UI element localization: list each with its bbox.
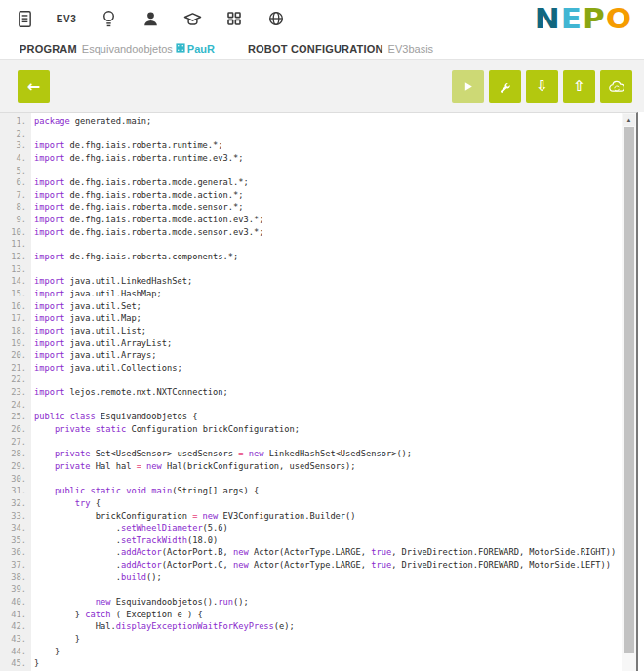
code-line: 39. xyxy=(0,583,622,596)
line-number: 36. xyxy=(0,546,26,559)
line-number: 44. xyxy=(0,646,26,658)
scroll-thumb[interactable] xyxy=(624,127,634,653)
line-number: 22. xyxy=(0,374,26,386)
code-line: 12.import de.fhg.iais.roberta.components… xyxy=(0,251,622,263)
code-lines: 1.package generated.main;2.3.import de.f… xyxy=(0,113,622,671)
code-line: 1.package generated.main; xyxy=(0,115,622,128)
code-text: import de.fhg.iais.roberta.components.*; xyxy=(34,252,238,261)
code-line: 14.import java.util.LinkedHashSet; xyxy=(0,275,622,288)
code-line: 38. .build(); xyxy=(0,572,622,584)
code-text: import java.util.Set; xyxy=(34,301,141,311)
shared-blocks-icon xyxy=(176,43,185,55)
code-text: import de.fhg.iais.roberta.runtime.ev3.*… xyxy=(34,153,243,163)
scroll-up-button[interactable]: ▲ xyxy=(623,114,635,126)
nepo-logo: N E P O xyxy=(535,4,632,34)
code-line: 31. public static void main(String[] arg… xyxy=(0,485,622,497)
line-number: 40. xyxy=(0,596,26,609)
line-number: 9. xyxy=(0,214,26,226)
code-text: import java.util.List; xyxy=(34,326,146,336)
code-text: private static Configuration brickConfig… xyxy=(34,424,300,434)
line-number: 27. xyxy=(0,436,26,449)
line-number: 11. xyxy=(0,238,26,251)
globe-icon[interactable] xyxy=(265,8,287,29)
menu-grid-icon[interactable] xyxy=(223,8,245,29)
code-line: 19.import java.util.ArrayList; xyxy=(0,337,622,350)
code-text: } catch ( Exception e ) { xyxy=(34,610,203,619)
graduation-cap-icon[interactable] xyxy=(181,8,203,29)
code-text: import java.util.Map; xyxy=(34,313,141,323)
upload-button[interactable]: ⇧ xyxy=(563,70,595,103)
logo-letter-e: E xyxy=(561,5,583,33)
logo-letter-n: N xyxy=(535,5,561,33)
code-text: .addActor(ActorPort.B, new Actor(ActorTy… xyxy=(34,547,616,557)
code-line: 44. } xyxy=(0,646,622,658)
code-text: .build(); xyxy=(34,572,162,582)
line-number: 35. xyxy=(0,534,26,547)
play-icon xyxy=(462,80,474,93)
line-number: 3. xyxy=(0,139,26,152)
line-number: 41. xyxy=(0,609,26,621)
code-text: import java.util.HashMap; xyxy=(34,289,162,298)
code-line: 8.import de.fhg.iais.roberta.mode.sensor… xyxy=(0,201,622,214)
code-line: 5. xyxy=(0,165,622,178)
line-number: 34. xyxy=(0,522,26,534)
code-line: 43. } xyxy=(0,633,622,646)
code-text: .addActor(ActorPort.C, new Actor(ActorTy… xyxy=(34,560,611,570)
line-number: 5. xyxy=(0,165,26,178)
line-number: 30. xyxy=(0,473,26,486)
robot-selector-ev3[interactable]: EV3 xyxy=(56,8,77,29)
code-text: import de.fhg.iais.roberta.runtime.*; xyxy=(34,140,223,150)
download-button[interactable]: ⇩ xyxy=(526,70,558,103)
toolbar-button-group: ⇩ ⇧ xyxy=(452,70,632,103)
wrench-icon xyxy=(499,80,512,94)
code-line: 15.import java.util.HashMap; xyxy=(0,288,622,300)
line-number: 37. xyxy=(0,559,26,572)
code-text: } xyxy=(34,647,60,656)
code-line: 2. xyxy=(0,128,622,140)
code-line: 33. brickConfiguration = new EV3Configur… xyxy=(0,510,622,523)
code-line: 24. xyxy=(0,399,622,412)
line-number: 6. xyxy=(0,177,26,189)
vertical-scrollbar[interactable]: ▲ xyxy=(622,113,636,671)
run-on-brick-button[interactable] xyxy=(452,70,484,103)
code-text: import de.fhg.iais.roberta.mode.general.… xyxy=(34,178,249,187)
line-number: 19. xyxy=(0,337,26,350)
line-number: 33. xyxy=(0,510,26,523)
line-number: 43. xyxy=(0,633,26,646)
code-line: 4.import de.fhg.iais.roberta.runtime.ev3… xyxy=(0,152,622,165)
back-button[interactable]: ← xyxy=(18,70,50,103)
user-icon[interactable] xyxy=(140,8,161,29)
line-number: 17. xyxy=(0,312,26,325)
code-line: 30. xyxy=(0,473,622,486)
code-line: 18.import java.util.List; xyxy=(0,325,622,337)
bulb-icon[interactable] xyxy=(98,8,119,29)
code-text: new Esquivandoobjetos().run(); xyxy=(34,597,249,607)
line-number: 29. xyxy=(0,460,26,473)
back-arrow-icon: ← xyxy=(27,79,40,95)
program-owner[interactable]: PauR xyxy=(176,43,215,55)
code-line: 42. Hal.displayExceptionWaitForKeyPress(… xyxy=(0,620,622,633)
code-text: import de.fhg.iais.roberta.mode.action.e… xyxy=(34,215,263,224)
cloud-sync-button[interactable] xyxy=(600,70,632,103)
code-line: 20.import java.util.Arrays; xyxy=(0,349,622,362)
code-text: } xyxy=(34,634,80,644)
open-roberta-window: EV3 xyxy=(0,0,644,671)
owner-name: PauR xyxy=(187,43,215,55)
document-icon[interactable] xyxy=(14,8,35,29)
code-editor[interactable]: 1.package generated.main;2.3.import de.f… xyxy=(0,112,638,671)
code-text: import java.util.Arrays; xyxy=(34,350,157,360)
code-line: 28. private Set<UsedSensor> usedSensors … xyxy=(0,448,622,460)
code-text: import java.util.ArrayList; xyxy=(34,338,172,348)
edit-tools-button[interactable] xyxy=(489,70,521,103)
code-text: package generated.main; xyxy=(34,116,151,126)
line-number: 32. xyxy=(0,497,26,510)
code-line: 32. try { xyxy=(0,497,622,510)
code-text: public static void main(String[] args) { xyxy=(34,486,259,495)
code-text: private Hal hal = new Hal(brickConfigura… xyxy=(34,461,356,471)
line-number: 16. xyxy=(0,300,26,313)
code-line: 35. .setTrackWidth(18.0) xyxy=(0,534,622,547)
robot-configuration-name: EV3basis xyxy=(388,43,433,55)
code-text: .setTrackWidth(18.0) xyxy=(34,535,218,545)
code-line: 41. } catch ( Exception e ) { xyxy=(0,609,622,621)
line-number: 13. xyxy=(0,263,26,276)
